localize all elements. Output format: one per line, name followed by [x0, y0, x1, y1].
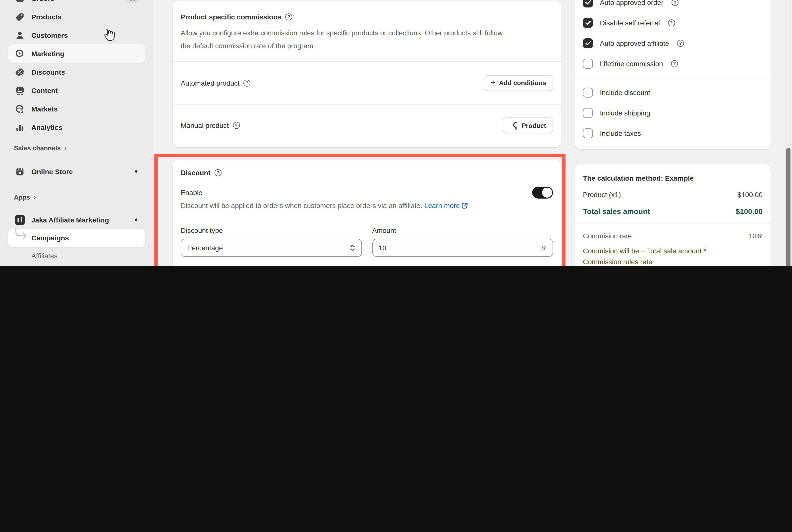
sidebar-item-analytics[interactable]: Analytics	[8, 118, 145, 136]
card-header: Product specific commissions ? Allow you…	[173, 1, 561, 52]
amount-input[interactable]: 10 %	[372, 239, 553, 257]
sidebar-item-label: Products	[31, 13, 61, 21]
sidebar-item-label: Markets	[31, 105, 58, 113]
discount-type-label: Discount type	[181, 226, 362, 234]
automated-product-row: Automated product ? + Add conditions	[173, 62, 561, 104]
sidebar-item-label: Marketing	[31, 50, 64, 57]
select-arrows-icon	[349, 243, 355, 252]
external-link-icon	[461, 203, 468, 210]
sidebar-item-online-store[interactable]: Online Store	[8, 162, 145, 180]
manual-product-label: Manual product	[181, 121, 229, 129]
checkbox-icon	[583, 108, 593, 118]
learn-more-link[interactable]: Learn more	[424, 202, 468, 210]
calc-total-label: Total sales amount	[583, 207, 650, 215]
storefront-icon	[15, 167, 25, 176]
sales-channels-header[interactable]: Sales channels ›	[8, 139, 145, 156]
sidebar-item-label: Affiliates	[31, 252, 57, 260]
automated-product-label: Automated product	[181, 79, 240, 87]
checkbox-icon	[583, 58, 593, 69]
sidebar-item-label: Online Store	[31, 168, 73, 175]
screen: Orders 85 Products Customers Marketi	[0, 0, 792, 266]
calc-product-label: Product (x1)	[583, 191, 621, 198]
help-icon[interactable]: ?	[671, 60, 678, 67]
unread-dot	[135, 170, 137, 173]
product-specific-commissions-card: Product specific commissions ? Allow you…	[173, 1, 561, 147]
discount-card: Discount ? Enable Discount will be appli…	[173, 160, 561, 266]
calc-total-value: $100.00	[736, 207, 762, 215]
checkbox-label: Include taxes	[600, 129, 641, 137]
product-button-label: Product	[522, 122, 546, 129]
orders-count-badge: 85	[125, 0, 140, 3]
sidebar-item-affiliates[interactable]: Affiliates	[8, 247, 145, 265]
enable-row: Enable	[181, 187, 553, 198]
discount-badge-icon	[15, 67, 25, 77]
checkbox-icon	[583, 128, 593, 138]
amount-suffix: %	[540, 244, 547, 252]
discount-description-text: Discount will be applied to orders when …	[181, 202, 422, 210]
checkbox-icon	[583, 18, 593, 27]
add-conditions-button[interactable]: + Add conditions	[484, 75, 553, 91]
orders-icon	[15, 0, 25, 3]
apps-header[interactable]: Apps ›	[8, 189, 145, 206]
scrollbar-thumb[interactable]	[786, 148, 791, 266]
target-icon	[15, 49, 25, 58]
checkbox-label: Disable self referral	[600, 19, 660, 26]
sidebar-item-label: Orders	[31, 0, 54, 2]
enable-label: Enable	[181, 189, 202, 196]
sidebar-item-sales[interactable]: Sales	[8, 265, 145, 266]
sidebar-item-customers[interactable]: Customers	[8, 26, 145, 44]
checkbox-auto-approved-order[interactable]: Auto approved order ?	[575, 0, 771, 13]
discount-type-select[interactable]: Percentage	[181, 239, 362, 257]
help-icon[interactable]: ?	[244, 79, 251, 86]
card-description: Allow you configure extra commission rul…	[181, 26, 504, 52]
unread-dot	[135, 218, 137, 221]
sidebar-item-label: Jaka Affiliate Marketing	[31, 216, 109, 224]
checkbox-auto-approved-affiliate[interactable]: Auto approved affiliate ?	[575, 33, 771, 53]
plus-icon: +	[491, 78, 495, 87]
checkbox-label: Auto approved order	[600, 0, 663, 6]
help-icon[interactable]: ?	[671, 0, 678, 6]
campaign-settings-card: Auto approved order ? Disable self refer…	[575, 0, 771, 149]
sidebar-item-campaigns[interactable]: Campaigns	[8, 229, 145, 247]
tag-icon	[15, 12, 25, 22]
sidebar-item-orders[interactable]: Orders 85	[8, 0, 145, 7]
globe-dollar-icon: $	[15, 104, 25, 114]
calc-product-value: $100.00	[737, 191, 762, 198]
checkbox-include-shipping[interactable]: Include shipping	[575, 102, 771, 123]
bar-chart-icon	[15, 122, 25, 132]
calc-rate-value: 10%	[749, 232, 762, 240]
help-icon[interactable]: ?	[285, 14, 293, 20]
sidebar-item-content[interactable]: Content	[8, 81, 145, 99]
divider	[575, 223, 771, 224]
sidebar-item-marketing[interactable]: Marketing	[8, 44, 145, 63]
svg-text:$: $	[21, 108, 23, 113]
manual-product-row: Manual product ? Product	[173, 104, 561, 146]
sidebar-item-label: Content	[31, 86, 58, 94]
checkbox-label: Include discount	[600, 88, 650, 96]
chevron-right-icon: ›	[34, 193, 36, 201]
help-icon[interactable]: ?	[214, 169, 222, 176]
card-title: Product specific commissions	[181, 13, 282, 21]
enable-toggle[interactable]	[532, 187, 553, 198]
help-icon[interactable]: ?	[677, 40, 684, 46]
help-icon[interactable]: ?	[233, 122, 240, 129]
jaka-app-icon	[15, 215, 25, 225]
sidebar-item-discounts[interactable]: Discounts	[8, 63, 145, 81]
checkbox-disable-self-referral[interactable]: Disable self referral ?	[575, 13, 771, 33]
sidebar-item-jaka-app[interactable]: Jaka Affiliate Marketing	[8, 210, 145, 229]
help-icon[interactable]: ?	[668, 19, 675, 26]
checkbox-include-taxes[interactable]: Include taxes	[575, 123, 771, 143]
checkbox-lifetime-commission[interactable]: Lifetime commission ?	[575, 53, 771, 74]
image-icon	[15, 86, 25, 95]
select-product-button[interactable]: Product	[503, 117, 553, 133]
sidebar: Orders 85 Products Customers Marketi	[0, 0, 153, 266]
checkbox-include-discount[interactable]: Include discount	[575, 82, 771, 102]
discount-title: Discount	[181, 169, 211, 177]
chevron-right-icon: ›	[64, 144, 67, 152]
amount-value: 10	[379, 244, 386, 252]
discount-description: Discount will be applied to orders when …	[181, 202, 553, 210]
sidebar-item-products[interactable]: Products	[8, 7, 145, 26]
sidebar-item-markets[interactable]: $ Markets	[8, 99, 145, 118]
person-icon	[15, 30, 25, 40]
checkbox-icon	[583, 87, 593, 97]
